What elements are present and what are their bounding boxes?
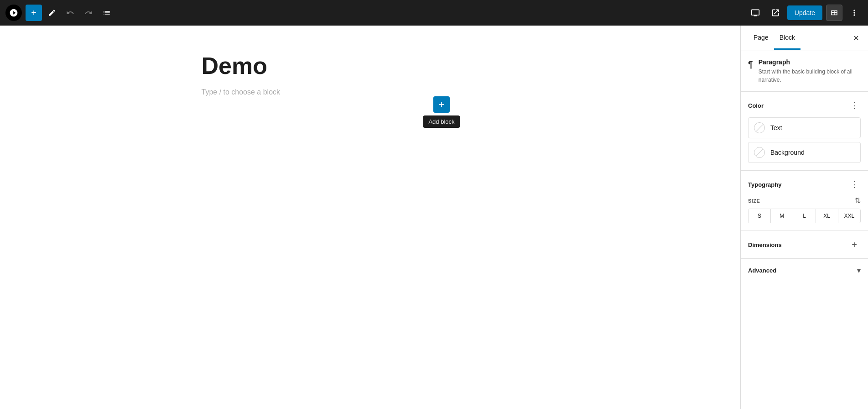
paragraph-title: Paragraph bbox=[759, 58, 861, 66]
wp-logo[interactable] bbox=[5, 5, 22, 21]
add-block-button[interactable]: + bbox=[433, 96, 450, 113]
tab-page-label: Page bbox=[754, 34, 769, 41]
external-link-button[interactable] bbox=[767, 5, 784, 21]
add-block-container: + Add block bbox=[433, 96, 450, 113]
dimensions-title: Dimensions bbox=[748, 241, 782, 248]
toolbar-right: Update bbox=[747, 5, 863, 21]
edit-button[interactable] bbox=[44, 5, 60, 21]
advanced-title: Advanced bbox=[748, 267, 776, 274]
size-xxl-label: XXL bbox=[844, 213, 855, 219]
size-label-container: SIZE ⇅ bbox=[748, 196, 861, 205]
typography-header: Typography ⋮ bbox=[748, 178, 861, 191]
update-button[interactable]: Update bbox=[787, 5, 822, 20]
size-l-label: L bbox=[803, 213, 806, 219]
sidebar-header: Page Block × bbox=[741, 26, 868, 51]
color-background-swatch bbox=[754, 147, 765, 158]
size-m-button[interactable]: M bbox=[771, 209, 793, 223]
tab-page[interactable]: Page bbox=[748, 26, 774, 50]
main-area: Demo Type / to choose a block + Add bloc… bbox=[0, 26, 868, 409]
dimensions-header: Dimensions + bbox=[748, 238, 861, 251]
redo-button[interactable] bbox=[80, 5, 97, 21]
typography-section: Typography ⋮ SIZE ⇅ S M L XL bbox=[741, 171, 868, 231]
size-s-label: S bbox=[758, 213, 761, 219]
color-title: Color bbox=[748, 102, 764, 109]
paragraph-icon: ¶ bbox=[748, 59, 753, 70]
paragraph-info: Paragraph Start with the basic building … bbox=[759, 58, 861, 84]
color-section: Color ⋮ Text Background bbox=[741, 92, 868, 171]
size-l-button[interactable]: L bbox=[793, 209, 816, 223]
toolbar-left: + bbox=[5, 5, 115, 21]
color-text-option[interactable]: Text bbox=[748, 117, 861, 138]
page-title[interactable]: Demo bbox=[202, 53, 539, 79]
size-controls-button[interactable]: ⇅ bbox=[855, 196, 861, 205]
typography-more-button[interactable]: ⋮ bbox=[848, 178, 861, 191]
color-text-label: Text bbox=[770, 124, 782, 131]
paragraph-header: ¶ Paragraph Start with the basic buildin… bbox=[748, 58, 861, 84]
color-background-label: Background bbox=[770, 149, 805, 156]
color-more-button[interactable]: ⋮ bbox=[848, 99, 861, 112]
editor-placeholder[interactable]: Type / to choose a block bbox=[202, 88, 539, 96]
size-buttons: S M L XL XXL bbox=[748, 209, 861, 223]
paragraph-description: Start with the basic building block of a… bbox=[759, 68, 861, 84]
size-label-text: SIZE bbox=[748, 198, 760, 204]
undo-button[interactable] bbox=[62, 5, 78, 21]
editor-area[interactable]: Demo Type / to choose a block + Add bloc… bbox=[0, 26, 740, 409]
paragraph-section: ¶ Paragraph Start with the basic buildin… bbox=[741, 51, 868, 92]
color-text-swatch bbox=[754, 122, 765, 133]
tab-block[interactable]: Block bbox=[774, 26, 800, 50]
sidebar: Page Block × ¶ Paragraph Start with the … bbox=[740, 26, 868, 409]
size-xl-button[interactable]: XL bbox=[816, 209, 838, 223]
typography-title: Typography bbox=[748, 181, 781, 188]
update-label: Update bbox=[795, 9, 815, 16]
advanced-section: Advanced ▾ bbox=[741, 259, 868, 282]
list-view-button[interactable] bbox=[99, 5, 115, 21]
chevron-down-icon: ▾ bbox=[857, 266, 861, 275]
tab-block-label: Block bbox=[780, 34, 795, 41]
size-xl-label: XL bbox=[823, 213, 830, 219]
color-header: Color ⋮ bbox=[748, 99, 861, 112]
close-icon: × bbox=[853, 33, 859, 43]
sidebar-tabs: Page Block bbox=[748, 26, 861, 50]
block-view-button[interactable] bbox=[826, 5, 842, 21]
size-m-label: M bbox=[780, 213, 784, 219]
advanced-header[interactable]: Advanced ▾ bbox=[748, 266, 861, 275]
add-icon: + bbox=[31, 8, 36, 18]
add-block-toolbar-button[interactable]: + bbox=[26, 5, 42, 21]
editor-inner: Demo Type / to choose a block bbox=[183, 26, 557, 409]
toolbar: + bbox=[0, 0, 868, 26]
desktop-view-button[interactable] bbox=[747, 5, 764, 21]
sidebar-close-button[interactable]: × bbox=[850, 32, 863, 45]
dimensions-add-button[interactable]: + bbox=[848, 238, 861, 251]
size-s-button[interactable]: S bbox=[748, 209, 771, 223]
color-background-option[interactable]: Background bbox=[748, 142, 861, 163]
dimensions-section: Dimensions + bbox=[741, 231, 868, 259]
size-xxl-button[interactable]: XXL bbox=[838, 209, 860, 223]
more-options-button[interactable] bbox=[846, 5, 863, 21]
